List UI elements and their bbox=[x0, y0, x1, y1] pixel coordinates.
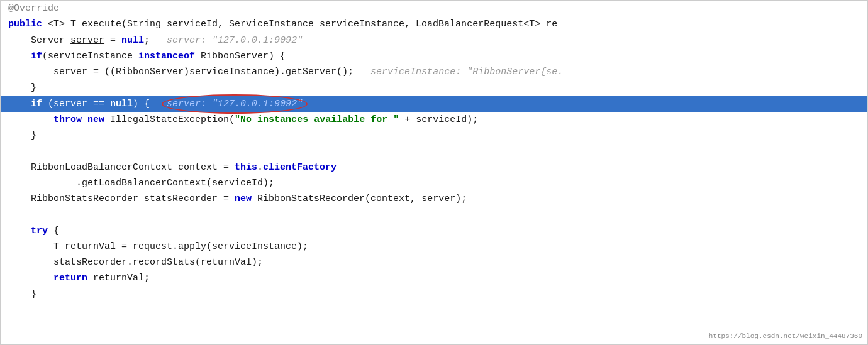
kw-null-highlighted: null bbox=[110, 99, 133, 109]
kw-this: this bbox=[235, 162, 257, 173]
kw-if-highlighted: if bbox=[31, 99, 42, 109]
code-line-17: statsRecorder.recordStats(returnVal); bbox=[1, 255, 867, 270]
var-server-3: server bbox=[421, 194, 455, 204]
comment-server-value: server: "127.0.0.1:9092" bbox=[167, 35, 303, 46]
kw-try: try bbox=[31, 226, 48, 236]
kw-public: public bbox=[8, 19, 42, 30]
code-line-2: public <T> T execute(String serviceId, S… bbox=[1, 16, 867, 32]
code-line-13: RibbonStatsRecorder statsRecorder = new … bbox=[1, 191, 867, 207]
code-line-9: } bbox=[1, 128, 867, 143]
code-line-18: return returnVal; bbox=[1, 270, 867, 286]
annotation-override: @Override bbox=[8, 3, 59, 14]
comment-server-null: server: "127.0.0.1:9092" bbox=[167, 99, 303, 109]
code-line-8: throw new IllegalStateException("No inst… bbox=[1, 112, 867, 128]
kw-throw: throw bbox=[53, 114, 82, 125]
code-line-3: Server server = null; server: "127.0.0.1… bbox=[1, 33, 867, 48]
code-line-10 bbox=[1, 143, 867, 159]
code-line-6: } bbox=[1, 80, 867, 96]
code-line-1: @Override bbox=[1, 1, 867, 16]
kw-if: if bbox=[31, 51, 42, 62]
code-line-15: try { bbox=[1, 223, 867, 239]
var-server-2: server bbox=[53, 67, 87, 77]
code-line-19: } bbox=[1, 287, 867, 302]
comment-serviceinstance-value: serviceInstance: "RibbonServer{se. bbox=[370, 67, 563, 77]
kw-new: new bbox=[87, 114, 104, 125]
code-line-7-highlighted: if (server == null) { server: "127.0.0.1… bbox=[1, 96, 867, 112]
kw-instanceof: instanceof bbox=[138, 51, 195, 62]
watermark: https://blog.csdn.net/weixin_44487360 bbox=[709, 331, 862, 342]
kw-null: null bbox=[121, 35, 144, 46]
code-editor: @Override public <T> T execute(String se… bbox=[0, 0, 868, 345]
code-line-5: server = ((RibbonServer)serviceInstance)… bbox=[1, 64, 867, 80]
string-no-instances: "No instances available for " bbox=[235, 114, 399, 125]
kw-new-stats: new bbox=[235, 194, 252, 204]
code-line-14 bbox=[1, 207, 867, 222]
server-value-oval: server: "127.0.0.1:9092" bbox=[167, 97, 303, 111]
kw-return: return bbox=[53, 273, 87, 283]
var-server: server bbox=[70, 35, 104, 46]
code-line-4: if(serviceInstance instanceof RibbonServ… bbox=[1, 48, 867, 64]
code-line-11: RibbonLoadBalancerContext context = this… bbox=[1, 160, 867, 175]
code-line-16: T returnVal = request.apply(serviceInsta… bbox=[1, 239, 867, 255]
field-clientfactory: clientFactory bbox=[263, 162, 337, 173]
code-line-12: .getLoadBalancerContext(serviceId); bbox=[1, 175, 867, 191]
